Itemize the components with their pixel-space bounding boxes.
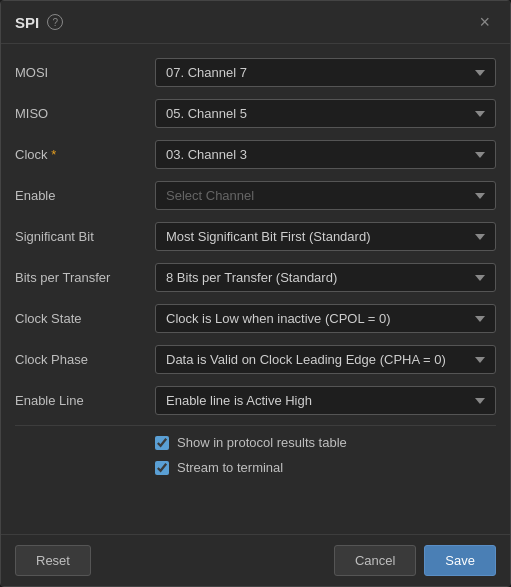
bits-per-transfer-control: 8 Bits per Transfer (Standard) 16 Bits p…	[155, 263, 496, 292]
clock-phase-label: Clock Phase	[15, 352, 155, 367]
miso-row: MISO 05. Channel 5	[15, 93, 496, 134]
clock-control: 03. Channel 3	[155, 140, 496, 169]
clock-select[interactable]: 03. Channel 3	[155, 140, 496, 169]
clock-phase-control: Data is Valid on Clock Leading Edge (CPH…	[155, 345, 496, 374]
miso-control: 05. Channel 5	[155, 99, 496, 128]
enable-line-row: Enable Line Enable line is Active High E…	[15, 380, 496, 421]
spi-dialog: SPI ? × MOSI 07. Channel 7 MISO 05. Chan…	[0, 0, 511, 587]
mosi-row: MOSI 07. Channel 7	[15, 52, 496, 93]
stream-terminal-row: Stream to terminal	[155, 455, 496, 480]
clock-label: Clock *	[15, 147, 155, 162]
significant-bit-row: Significant Bit Most Significant Bit Fir…	[15, 216, 496, 257]
show-protocol-label: Show in protocol results table	[177, 435, 347, 450]
cancel-button[interactable]: Cancel	[334, 545, 416, 576]
clock-required: *	[51, 147, 56, 162]
dialog-header: SPI ? ×	[1, 1, 510, 44]
clock-state-control: Clock is Low when inactive (CPOL = 0) Cl…	[155, 304, 496, 333]
enable-select[interactable]: Select Channel 00. Channel 0 01. Channel…	[155, 181, 496, 210]
close-button[interactable]: ×	[473, 11, 496, 33]
stream-terminal-label: Stream to terminal	[177, 460, 283, 475]
mosi-label: MOSI	[15, 65, 155, 80]
miso-select[interactable]: 05. Channel 5	[155, 99, 496, 128]
significant-bit-select[interactable]: Most Significant Bit First (Standard) Le…	[155, 222, 496, 251]
enable-control: Select Channel 00. Channel 0 01. Channel…	[155, 181, 496, 210]
bits-per-transfer-row: Bits per Transfer 8 Bits per Transfer (S…	[15, 257, 496, 298]
bits-per-transfer-select[interactable]: 8 Bits per Transfer (Standard) 16 Bits p…	[155, 263, 496, 292]
enable-line-label: Enable Line	[15, 393, 155, 408]
significant-bit-control: Most Significant Bit First (Standard) Le…	[155, 222, 496, 251]
stream-terminal-checkbox[interactable]	[155, 461, 169, 475]
divider	[15, 425, 496, 426]
clock-phase-select[interactable]: Data is Valid on Clock Leading Edge (CPH…	[155, 345, 496, 374]
enable-line-control: Enable line is Active High Enable line i…	[155, 386, 496, 415]
bits-per-transfer-label: Bits per Transfer	[15, 270, 155, 285]
dialog-body: MOSI 07. Channel 7 MISO 05. Channel 5 Cl…	[1, 44, 510, 534]
show-protocol-row: Show in protocol results table	[155, 430, 496, 455]
title-row: SPI ?	[15, 14, 63, 31]
footer-right: Cancel Save	[334, 545, 496, 576]
dialog-title: SPI	[15, 14, 39, 31]
clock-phase-row: Clock Phase Data is Valid on Clock Leadi…	[15, 339, 496, 380]
miso-label: MISO	[15, 106, 155, 121]
help-icon-label: ?	[52, 17, 58, 28]
enable-label: Enable	[15, 188, 155, 203]
clock-row: Clock * 03. Channel 3	[15, 134, 496, 175]
save-button[interactable]: Save	[424, 545, 496, 576]
clock-state-row: Clock State Clock is Low when inactive (…	[15, 298, 496, 339]
reset-button[interactable]: Reset	[15, 545, 91, 576]
enable-line-select[interactable]: Enable line is Active High Enable line i…	[155, 386, 496, 415]
mosi-control: 07. Channel 7	[155, 58, 496, 87]
significant-bit-label: Significant Bit	[15, 229, 155, 244]
clock-state-select[interactable]: Clock is Low when inactive (CPOL = 0) Cl…	[155, 304, 496, 333]
show-protocol-checkbox[interactable]	[155, 436, 169, 450]
help-icon[interactable]: ?	[47, 14, 63, 30]
mosi-select[interactable]: 07. Channel 7	[155, 58, 496, 87]
clock-state-label: Clock State	[15, 311, 155, 326]
enable-row: Enable Select Channel 00. Channel 0 01. …	[15, 175, 496, 216]
dialog-footer: Reset Cancel Save	[1, 534, 510, 586]
